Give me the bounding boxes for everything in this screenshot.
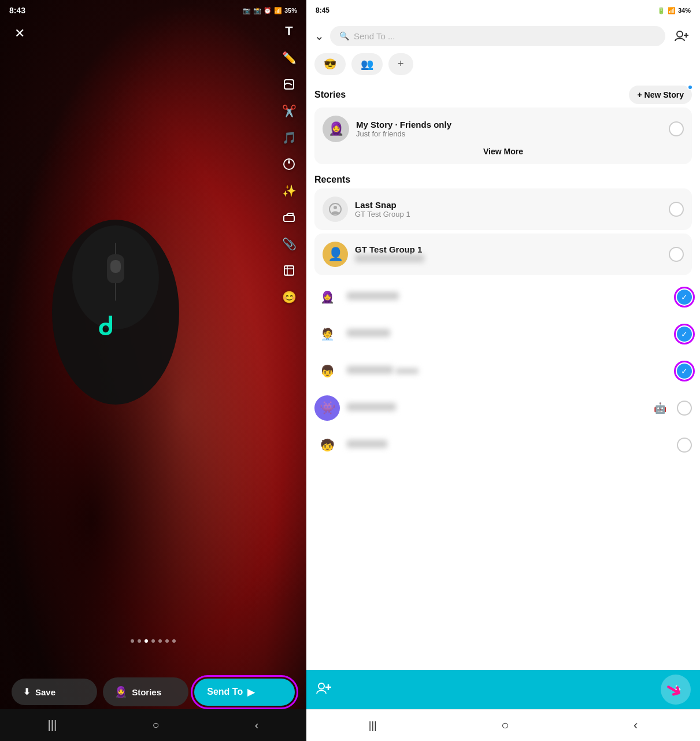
last-snap-item[interactable]: Last Snap GT Test Group 1 [314,188,692,230]
filter-best-friends[interactable]: 😎 [314,53,346,75]
left-panel: ᑯ 8:43 📷 📸 ⏰ 📶 35% ✕ T ✏️ ✂️ 🎵 [0,0,306,741]
svg-point-15 [318,683,324,689]
eraser-tool[interactable] [281,209,297,225]
filter-tool[interactable] [281,156,297,172]
status-icons-left: 📷 📸 ⏰ 📶 35% [243,7,297,14]
nav-back-right[interactable]: ‹ [634,718,638,733]
dot-4 [151,639,155,643]
chevron-down-icon[interactable]: ⌄ [314,29,324,43]
story-subtitle: Just for friends [356,129,662,138]
svg-text:ᑯ: ᑯ [98,313,113,340]
scroll-spacer [306,464,700,544]
contact-m-name-blurred [347,292,399,300]
gt-group-checkbox[interactable] [669,247,684,262]
contact-m2[interactable]: 👾 🤖 [306,390,700,427]
scroll-area[interactable]: Stories + New Story 🧕 My Story · Friends… [306,81,700,741]
new-story-button[interactable]: + New Story [629,86,692,104]
nav-home-icon[interactable]: ○ [152,718,159,732]
nav-back-icon[interactable]: ‹ [255,718,259,732]
contact-gt-group[interactable]: 👤 GT Test Group 1 [314,234,692,275]
contact-m2-avatar: 👾 [314,395,340,421]
search-box[interactable]: 🔍 Send To ... [330,26,665,46]
svg-rect-8 [284,216,294,221]
page-dots [0,639,306,643]
search-icon: 🔍 [339,31,349,40]
stories-button[interactable]: 🧕 Stories [103,677,188,706]
contact-s-avatar: 🧑‍💼 [314,321,340,347]
close-button[interactable]: ✕ [9,23,30,44]
bitmoji-tool[interactable]: 😊 [281,289,297,305]
last-snap-info: Last Snap GT Test Group 1 [355,200,662,218]
view-more-button[interactable]: View More [323,147,684,156]
pencil-tool[interactable]: ✏️ [281,50,297,66]
stories-label: Stories [314,90,346,100]
story-checkbox[interactable] [669,121,684,136]
new-story-dot [687,84,693,90]
gt-group-name: GT Test Group 1 [355,244,662,254]
last-snap-title: Last Snap [355,200,662,210]
contact-a-checkbox[interactable]: ✓ [677,364,692,379]
filter-add[interactable]: + [388,53,413,75]
dot-1 [131,639,134,643]
magic-tool[interactable]: ✨ [281,183,297,199]
contact-s[interactable]: 🧑‍💼 ✓ [306,316,700,353]
contact-m-info [347,292,670,302]
dot-2 [138,639,141,643]
bottom-send-bar [306,670,700,709]
contact-e[interactable]: 🧒 [306,427,700,464]
text-tool[interactable]: T [281,23,297,39]
sticker-tool[interactable] [281,76,297,92]
instagram-icon: 📷 [243,7,251,14]
time-right: 8:45 [316,6,329,14]
right-tools: T ✏️ ✂️ 🎵 ✨ 📎 😊 [281,23,297,305]
contact-m2-checkbox[interactable] [677,401,692,416]
search-input[interactable]: Send To ... [354,31,395,41]
contact-s-name-blurred [347,329,390,337]
filter-row: 😎 👥 + [306,51,700,81]
recents-label: Recents [314,175,350,185]
battery-left: 35% [284,7,297,14]
add-friends-button[interactable] [671,25,692,46]
last-snap-checkbox[interactable] [669,202,684,217]
gt-group-avatar: 👤 [323,242,348,267]
crop-tool[interactable] [281,262,297,279]
nav-bar-left: ||| ○ ‹ [0,709,306,741]
contact-s-checkbox[interactable]: ✓ [677,327,692,342]
save-icon: ⬇ [23,687,31,697]
contact-a-sub-blurred [395,368,418,374]
story-info: My Story · Friends only Just for friends [356,120,662,138]
add-friends-bottom-icon[interactable] [316,681,332,698]
nav-bar-right: ||| ○ ‹ [306,709,700,741]
contact-m-checkbox[interactable]: ✓ [677,290,692,305]
contact-m[interactable]: 🧕 ✓ [306,279,700,316]
battery-icon-right: 🔋 [657,7,665,14]
stories-avatar-icon: 🧕 [114,686,127,698]
contact-s-info [347,329,670,339]
left-toolbar: ✕ T ✏️ ✂️ 🎵 ✨ 📎 😊 [9,23,297,305]
filter-friends[interactable]: 👥 [351,53,383,75]
wifi-icon: 📶 [668,7,676,14]
camera-icon: 📸 [253,7,261,14]
search-header: ⌄ 🔍 Send To ... [306,21,700,51]
last-snap-avatar [323,197,348,222]
contact-e-avatar: 🧒 [314,432,340,458]
contact-m2-name-blurred [347,403,396,411]
gt-group-sub-blurred [355,254,424,262]
send-to-button[interactable]: Send To ▶ [194,679,295,706]
nav-recents-icon[interactable]: ||| [48,718,57,732]
contact-a[interactable]: 👦 ✓ [306,353,700,390]
nav-recents-right[interactable]: ||| [369,720,377,732]
bottom-bar-left: ⬇ Save 🧕 Stories Send To ▶ [0,677,306,706]
nav-home-right[interactable]: ○ [501,718,509,733]
recents-section-header: Recents [306,170,700,188]
scissors-tool[interactable]: ✂️ [281,103,297,119]
gt-group-info: GT Test Group 1 [355,244,662,265]
signal-icon: 📶 [274,7,282,14]
my-story-card[interactable]: 🧕 My Story · Friends only Just for frien… [314,108,692,164]
contact-m2-info [347,403,647,413]
status-bar-right: 8:45 🔋 📶 34% [306,0,700,21]
save-button[interactable]: ⬇ Save [12,679,97,705]
contact-e-checkbox[interactable] [677,438,692,453]
link-tool[interactable]: 📎 [281,236,297,252]
music-tool[interactable]: 🎵 [281,129,297,146]
